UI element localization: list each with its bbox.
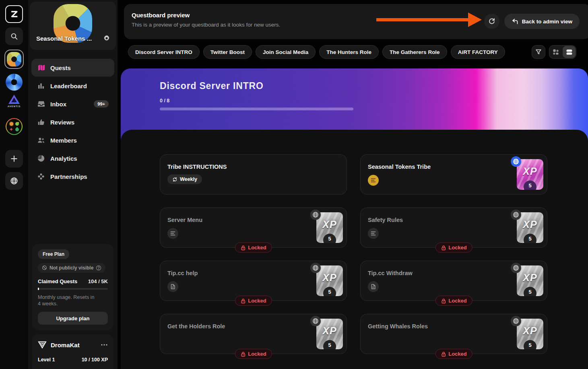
back-to-admin-button[interactable]: Back to admin view bbox=[504, 14, 580, 29]
add-community-button[interactable] bbox=[5, 150, 23, 168]
network-globe-badge bbox=[310, 263, 321, 273]
community-item[interactable]: AVENTIS bbox=[5, 95, 23, 113]
community-item[interactable] bbox=[5, 118, 23, 135]
xp-label: XP bbox=[316, 325, 343, 337]
category-chip[interactable]: Discord Server INTRO bbox=[128, 45, 200, 59]
inbox-icon bbox=[37, 100, 45, 108]
sidebar-item-leaderboard[interactable]: Leaderboard bbox=[31, 77, 114, 95]
search-button[interactable] bbox=[5, 27, 23, 45]
quest-card[interactable]: Getting Whales RolesXP5Locked bbox=[360, 314, 547, 354]
grid-view-icon bbox=[553, 49, 559, 55]
filter-icon bbox=[535, 49, 542, 55]
sidebar-spacer bbox=[28, 185, 118, 240]
globe-icon bbox=[513, 265, 519, 271]
upgrade-plan-button[interactable]: Upgrade plan bbox=[38, 312, 108, 325]
sidebar-item-label: Analytics bbox=[50, 155, 109, 162]
quest-card[interactable]: Tribe INSTRUCTIONSWeekly bbox=[160, 154, 347, 195]
return-arrow-icon bbox=[512, 19, 518, 25]
xp-reward-badge: XP5 bbox=[517, 159, 543, 190]
sidebar-item-partnerships[interactable]: Partnerships bbox=[31, 168, 114, 185]
lock-icon bbox=[441, 351, 446, 357]
sidebar-item-quests[interactable]: Quests bbox=[31, 59, 114, 77]
inbox-count-badge: 99+ bbox=[94, 100, 109, 108]
quest-grid: Tribe INSTRUCTIONSWeeklySeasonal Tokens … bbox=[160, 154, 547, 354]
plan-card: Free Plan Not publicly visible Claimed Q… bbox=[32, 244, 113, 331]
members-icon bbox=[37, 137, 45, 144]
search-icon bbox=[10, 33, 18, 40]
plan-badge: Free Plan bbox=[38, 249, 69, 259]
user-menu-button[interactable] bbox=[101, 344, 108, 346]
filter-button[interactable] bbox=[532, 45, 545, 59]
category-chip[interactable]: Join Social Media bbox=[256, 45, 316, 59]
quest-card[interactable]: Tip.cc helpXP5Locked bbox=[160, 261, 347, 301]
quest-category-chips: Discord Server INTROTwitter BoostJoin So… bbox=[128, 45, 532, 59]
explore-button[interactable] bbox=[5, 172, 23, 190]
refresh-button[interactable] bbox=[484, 14, 499, 29]
sidebar-item-reviews[interactable]: Reviews bbox=[31, 113, 114, 131]
network-globe-badge bbox=[310, 209, 321, 220]
file-icon bbox=[368, 281, 379, 292]
xp-reward-badge: XP5 bbox=[316, 319, 343, 349]
annotation-arrow-line bbox=[376, 18, 469, 21]
category-chip[interactable]: The Gatherers Role bbox=[382, 45, 447, 59]
sidebar-item-label: Reviews bbox=[50, 119, 109, 126]
recurrence-icon bbox=[172, 177, 177, 182]
help-icon[interactable] bbox=[96, 265, 101, 271]
category-chip[interactable]: Twitter Boost bbox=[203, 45, 252, 59]
locked-badge: Locked bbox=[235, 243, 272, 253]
locked-label: Locked bbox=[248, 245, 266, 251]
quest-panel: Tribe INSTRUCTIONSWeeklySeasonal Tokens … bbox=[121, 130, 588, 369]
claimed-quests-label: Claimed Quests bbox=[38, 278, 77, 284]
community-icon-blue bbox=[6, 74, 23, 91]
sidebar-item-analytics[interactable]: Analytics bbox=[31, 149, 114, 167]
grid-view-button[interactable] bbox=[549, 46, 562, 58]
usage-note: Monthly usage. Resets in 4 weeks. bbox=[38, 294, 98, 307]
recurrence-badge: Weekly bbox=[167, 174, 202, 184]
sidebar-item-members[interactable]: Members bbox=[31, 131, 114, 149]
banner-progress-count: 0 / 8 bbox=[160, 98, 353, 104]
quest-card[interactable]: Get the Holders RoleXP5Locked bbox=[160, 314, 347, 354]
locked-label: Locked bbox=[248, 351, 266, 357]
community-item-active[interactable] bbox=[4, 50, 24, 69]
locked-badge: Locked bbox=[435, 349, 472, 359]
plus-icon bbox=[10, 155, 18, 162]
category-chip[interactable]: The Hunters Role bbox=[319, 45, 379, 59]
network-globe-badge bbox=[511, 316, 521, 326]
recurrence-label: Weekly bbox=[180, 176, 197, 182]
sidebar-item-label: Leaderboard bbox=[50, 83, 109, 89]
quest-card[interactable]: Safety RulesXP5Locked bbox=[360, 207, 547, 248]
sidebar-item-label: Inbox bbox=[50, 101, 89, 108]
category-chip[interactable]: AiRT FACTORY bbox=[451, 45, 505, 59]
quest-card[interactable]: Tip.cc WithdrawXP5Locked bbox=[360, 261, 547, 301]
quest-category-row: Discord Server INTROTwitter BoostJoin So… bbox=[128, 45, 584, 59]
xp-amount: 5 bbox=[524, 340, 536, 349]
community-settings-button[interactable] bbox=[101, 33, 112, 44]
view-toggle bbox=[549, 45, 576, 59]
sidebar-item-inbox[interactable]: Inbox99+ bbox=[31, 95, 114, 113]
globe-icon bbox=[513, 158, 519, 165]
xp-reward-badge: XP5 bbox=[517, 212, 543, 243]
quest-card[interactable]: Server MenuXP5Locked bbox=[160, 207, 347, 248]
main-area: Questboard preview This is a preview of … bbox=[121, 0, 588, 369]
list-view-button[interactable] bbox=[563, 46, 576, 58]
locked-label: Locked bbox=[448, 351, 467, 357]
list-view-icon bbox=[566, 49, 573, 55]
quest-card[interactable]: Seasonal Tokens TribeXP5 bbox=[360, 154, 547, 195]
annotation-arrow-head bbox=[468, 12, 482, 27]
lock-icon bbox=[441, 245, 446, 251]
xp-label: XP bbox=[517, 272, 543, 284]
lock-icon bbox=[441, 298, 446, 304]
list-glyph bbox=[371, 178, 376, 182]
lock-icon bbox=[240, 298, 246, 304]
globe-icon bbox=[312, 211, 319, 218]
xp-reward-badge: XP5 bbox=[517, 319, 543, 349]
user-name: DromaKat bbox=[51, 342, 97, 348]
zealy-logo-icon[interactable] bbox=[5, 5, 23, 23]
xp-amount: 5 bbox=[524, 287, 536, 296]
globe-icon bbox=[513, 318, 519, 324]
reviews-icon bbox=[37, 118, 45, 126]
visibility-badge: Not publicly visible bbox=[38, 263, 105, 273]
eye-off-icon bbox=[42, 265, 47, 270]
xp-label: XP bbox=[517, 219, 543, 230]
community-item[interactable] bbox=[5, 73, 23, 91]
